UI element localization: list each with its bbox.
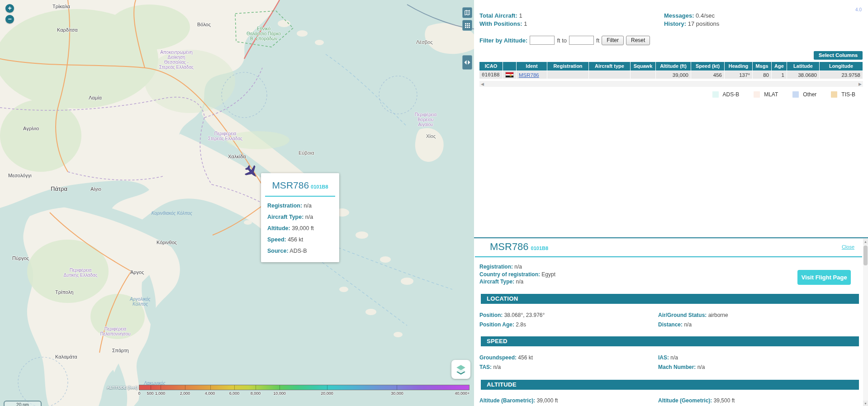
cell-aircraft-type bbox=[589, 71, 631, 79]
grid-icon bbox=[465, 23, 470, 28]
with-positions-label: With Positions: bbox=[479, 20, 522, 27]
table-header-row: ICAO Ident Registration Aircraft type Sq… bbox=[479, 62, 863, 71]
column-header-registration[interactable]: Registration bbox=[547, 62, 589, 71]
column-header-latitude[interactable]: Latitude bbox=[787, 62, 820, 71]
visit-flight-page-button[interactable]: Visit Flight Page bbox=[797, 270, 851, 285]
history-label: History: bbox=[664, 20, 686, 27]
source-legend: ADS-B MLAT Other TIS-B bbox=[712, 91, 856, 98]
cell-altitude: 39,000 bbox=[656, 71, 691, 79]
info-label: Country of registration: bbox=[479, 271, 540, 278]
column-header-speed[interactable]: Speed (kt) bbox=[691, 62, 725, 71]
legend-item: ADS-B bbox=[712, 91, 740, 98]
info-value: n/a bbox=[516, 279, 523, 285]
altitude-max-input[interactable] bbox=[569, 36, 594, 45]
popup-field-value: n/a bbox=[305, 214, 313, 220]
column-header-altitude[interactable]: Altitude (ft) bbox=[656, 62, 691, 71]
cell-ident: MSR786 bbox=[517, 71, 547, 79]
cell-longitude: 23.9758 bbox=[820, 71, 863, 79]
table-horizontal-scrollbar[interactable]: ◀ ▶ bbox=[479, 81, 863, 87]
info-value: Egypt bbox=[541, 271, 555, 278]
section-header-altitude: ALTITUDE bbox=[481, 380, 859, 390]
adsb-swatch bbox=[712, 91, 719, 98]
popup-divider bbox=[265, 196, 335, 197]
cell-heading: 137° bbox=[725, 71, 753, 79]
aircraft-detail-panel: MSR7860101B8 Close Registration: n/a Cou… bbox=[474, 237, 868, 406]
other-swatch bbox=[792, 91, 799, 98]
detail-scrollbar[interactable]: ▲ ▼ bbox=[863, 239, 868, 406]
scroll-up-arrow-icon[interactable]: ▲ bbox=[863, 239, 868, 245]
layers-icon bbox=[455, 364, 467, 375]
column-header-icao[interactable]: ICAO bbox=[479, 62, 503, 71]
legend-label: TIS-B bbox=[841, 91, 855, 98]
cell-speed: 456 bbox=[691, 71, 725, 79]
close-link[interactable]: Close bbox=[842, 244, 854, 250]
filter-button[interactable]: Filter bbox=[602, 36, 624, 45]
column-header-age[interactable]: Age bbox=[772, 62, 787, 71]
legend-label: MLAT bbox=[764, 91, 778, 98]
detail-callsign: MSR786 bbox=[490, 241, 529, 252]
map-style-button[interactable] bbox=[462, 7, 472, 18]
ident-link[interactable]: MSR786 bbox=[519, 72, 539, 78]
column-header-msgs[interactable]: Msgs bbox=[753, 62, 772, 71]
map-icon bbox=[464, 9, 470, 16]
map-scale-bar: 20 nm bbox=[4, 401, 42, 406]
cell-registration bbox=[547, 71, 589, 79]
grid-view-button[interactable] bbox=[462, 20, 472, 31]
tisb-swatch bbox=[831, 91, 837, 98]
zoom-out-button[interactable]: − bbox=[5, 15, 14, 24]
scrollbar-thumb[interactable] bbox=[863, 245, 868, 265]
map-canvas bbox=[0, 0, 474, 406]
popup-icao: 0101B8 bbox=[311, 184, 328, 189]
column-header-ident[interactable]: Ident bbox=[517, 62, 547, 71]
legend-item: MLAT bbox=[754, 91, 778, 98]
field: Altitude (Geometric): 39,500 ft bbox=[658, 397, 735, 404]
legend-item: Other bbox=[792, 91, 816, 98]
field: Distance: n/a bbox=[658, 321, 692, 328]
layers-button[interactable] bbox=[451, 360, 470, 379]
altitude-filter: Filter by Altitude: ft to ft Filter Rese… bbox=[479, 35, 650, 45]
popup-field-label: Altitude: bbox=[267, 225, 290, 231]
scroll-down-arrow-icon[interactable]: ▼ bbox=[863, 401, 868, 406]
mlat-swatch bbox=[754, 91, 760, 98]
popup-field-label: Aircraft Type: bbox=[267, 214, 304, 220]
altitude-min-input[interactable] bbox=[530, 36, 555, 45]
scroll-right-arrow-icon[interactable]: ▶ bbox=[859, 82, 862, 86]
column-header-aircraft-type[interactable]: Aircraft type bbox=[589, 62, 631, 71]
legend-label: ADS-B bbox=[723, 91, 740, 98]
version-number: 4.0 bbox=[855, 7, 862, 12]
legend-item: TIS-B bbox=[831, 91, 855, 98]
scroll-left-arrow-icon[interactable]: ◀ bbox=[481, 82, 484, 86]
table-row[interactable]: 0101B8 MSR786 39,000 456 137° 80 1 38.06… bbox=[479, 71, 863, 79]
column-header-heading[interactable]: Heading bbox=[725, 62, 753, 71]
history-value: 17 positions bbox=[688, 20, 719, 27]
cell-msgs: 80 bbox=[753, 71, 772, 79]
popup-field-label: Speed: bbox=[267, 236, 286, 243]
aircraft-popup: MSR7860101B8 Registration: n/a Aircraft … bbox=[261, 173, 339, 262]
cell-age: 1 bbox=[772, 71, 787, 79]
detail-icao: 0101B8 bbox=[531, 245, 549, 251]
cell-icao: 0101B8 bbox=[479, 71, 503, 79]
popup-field-value: ADS-B bbox=[289, 248, 307, 254]
field: IAS: n/a bbox=[658, 354, 678, 361]
stats-right: Messages: 0.4/sec History: 17 positions bbox=[664, 12, 719, 28]
detail-divider bbox=[475, 256, 862, 257]
popup-field-label: Source: bbox=[267, 248, 289, 254]
map[interactable]: Τρίκαλα Καρδίτσα Βόλος Λαμία Αγρίνιο Μεσ… bbox=[0, 0, 474, 406]
column-header-squawk[interactable]: Squawk bbox=[631, 62, 656, 71]
zoom-in-button[interactable]: + bbox=[5, 4, 14, 13]
select-columns-button[interactable]: Select Columns bbox=[814, 51, 863, 60]
column-header-longitude[interactable]: Longitude bbox=[820, 62, 863, 71]
popup-field-value: n/a bbox=[304, 203, 312, 209]
left-right-arrows-icon bbox=[464, 60, 471, 65]
cell-flag bbox=[503, 71, 517, 79]
column-header-flag[interactable] bbox=[503, 62, 517, 71]
field: Position: 38.068°, 23.976° bbox=[479, 312, 545, 318]
field: Groundspeed: 456 kt bbox=[479, 354, 533, 361]
reset-button[interactable]: Reset bbox=[626, 36, 650, 45]
with-positions-value: 1 bbox=[524, 20, 527, 27]
detail-title: MSR7860101B8 bbox=[490, 241, 548, 253]
messages-value: 0.4/sec bbox=[696, 12, 715, 19]
total-aircraft-label: Total Aircraft: bbox=[479, 12, 517, 19]
stats-left: Total Aircraft: 1 With Positions: 1 bbox=[479, 12, 527, 28]
collapse-panel-button[interactable] bbox=[462, 55, 472, 70]
